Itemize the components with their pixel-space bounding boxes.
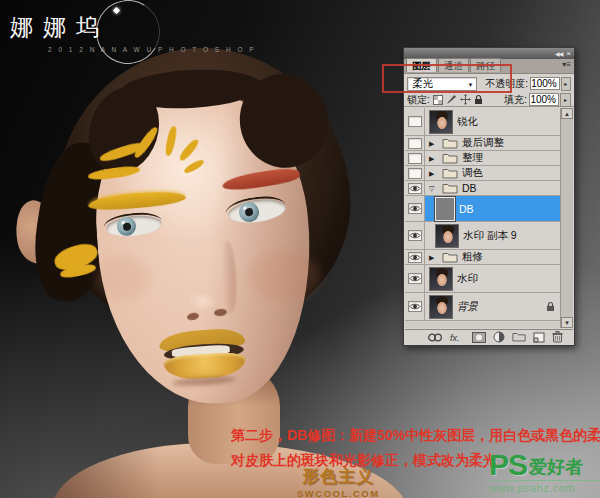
expand-triangle-icon[interactable]: ▶: [429, 155, 438, 162]
caption-line-1: 第二步，DB修图：新建50%中性灰图层，用白色或黑色的柔角画笔: [231, 423, 597, 448]
swcool-url: SWCOOL.COM: [297, 488, 380, 498]
layer-thumbnail[interactable]: [435, 224, 459, 248]
layer-row[interactable]: ▶最后调整: [405, 136, 560, 151]
scroll-down-icon[interactable]: [561, 317, 573, 328]
layer-row-body: ▶粗修: [425, 250, 560, 264]
visibility-toggle[interactable]: [405, 293, 425, 320]
layer-row[interactable]: ▶调色: [405, 166, 560, 181]
folder-icon: [442, 168, 458, 179]
new-layer-icon[interactable]: [533, 332, 545, 343]
gold-lips: [158, 321, 254, 387]
layer-mask-icon[interactable]: [472, 332, 486, 343]
layer-row-body: ▶最后调整: [425, 136, 560, 150]
folder-icon: [442, 252, 458, 263]
layer-name: 粗修: [462, 250, 483, 264]
scrollbar[interactable]: [560, 108, 573, 328]
new-group-icon[interactable]: [512, 332, 526, 342]
layer-name: 水印 副本 9: [463, 229, 517, 243]
panel-menu-icon[interactable]: [562, 61, 571, 69]
opacity-slider-button[interactable]: [561, 77, 571, 91]
layer-row[interactable]: 水印: [405, 265, 560, 293]
layer-name: 锐化: [457, 115, 478, 129]
fill-label: 填充:: [504, 93, 527, 107]
visibility-toggle[interactable]: [405, 108, 425, 135]
eye-icon: [408, 273, 422, 284]
eye-empty-box: [408, 153, 422, 164]
layer-name: DB: [459, 203, 474, 215]
eye-icon: [408, 203, 422, 214]
layer-thumbnail[interactable]: [429, 110, 453, 134]
adjustment-layer-icon[interactable]: [493, 331, 505, 343]
layer-row[interactable]: ▶粗修: [405, 250, 560, 265]
fill-input[interactable]: 100%: [529, 93, 559, 106]
visibility-toggle[interactable]: [405, 265, 425, 292]
layer-name: 最后调整: [462, 136, 504, 150]
link-icon[interactable]: [427, 333, 443, 342]
folder-icon: [442, 183, 458, 194]
layer-row[interactable]: 水印 副本 9: [405, 222, 560, 250]
panel-toolbar: fx.: [405, 329, 573, 344]
layer-style-icon[interactable]: fx.: [450, 332, 465, 343]
layer-row[interactable]: ▶整理: [405, 151, 560, 166]
visibility-toggle[interactable]: [405, 166, 425, 180]
expand-triangle-icon[interactable]: ▶: [429, 254, 438, 261]
layer-row-body: 背景: [425, 293, 560, 320]
close-icon[interactable]: ×: [566, 50, 571, 58]
layer-row-body: ▶整理: [425, 151, 560, 165]
layer-thumbnail[interactable]: [429, 267, 453, 291]
eye-icon: [408, 230, 422, 241]
gray-layer-thumbnail[interactable]: [435, 197, 455, 221]
scroll-up-icon[interactable]: [561, 108, 573, 119]
layer-row[interactable]: ▽DB: [405, 181, 560, 196]
layer-name: 水印: [457, 272, 478, 286]
ps-fans-name: 爱好者: [529, 456, 583, 478]
swcool-watermark: 形色主义 SWCOOL.COM: [297, 465, 380, 498]
folder-icon: [442, 153, 458, 164]
layer-name: DB: [462, 182, 477, 194]
nose-highlight: [188, 292, 218, 310]
lock-image-icon[interactable]: [446, 94, 457, 105]
visibility-toggle[interactable]: [405, 222, 425, 249]
visibility-toggle[interactable]: [405, 196, 425, 221]
lock-all-icon[interactable]: [474, 94, 483, 105]
layer-thumbnail[interactable]: [429, 295, 453, 319]
nanawu-watermark: 娜娜坞 2 0 1 2 N A N A W U P H O T O S H O …: [10, 12, 256, 53]
collapse-icon[interactable]: ◀◀: [555, 51, 562, 57]
expand-triangle-open-icon[interactable]: ▽: [429, 185, 438, 192]
swcool-title: 形色主义: [297, 465, 380, 488]
visibility-toggle[interactable]: [405, 181, 425, 195]
svg-text:fx.: fx.: [450, 333, 460, 343]
lock-position-icon[interactable]: [460, 94, 471, 105]
layer-row[interactable]: 背景: [405, 293, 560, 321]
layer-name: 调色: [462, 166, 483, 180]
layer-name: 整理: [462, 151, 483, 165]
eye-empty-box: [408, 116, 422, 127]
tutorial-screenshot: 娜娜坞 2 0 1 2 N A N A W U P H O T O S H O …: [0, 0, 600, 498]
layer-row-body: 水印: [425, 265, 560, 292]
expand-triangle-icon[interactable]: ▶: [429, 170, 438, 177]
delete-layer-icon[interactable]: [552, 331, 563, 343]
annotation-rectangle: [382, 64, 512, 93]
opacity-input[interactable]: 100%: [530, 77, 560, 90]
layer-row-body: ▽DB: [425, 181, 560, 195]
layer-row[interactable]: 锐化: [405, 108, 560, 136]
layer-row[interactable]: DB: [405, 196, 560, 222]
lock-icon: [546, 301, 555, 312]
eye-icon: [408, 183, 422, 194]
visibility-toggle[interactable]: [405, 136, 425, 150]
layer-row-body: 水印 副本 9: [425, 222, 560, 249]
eye-empty-box: [408, 168, 422, 179]
visibility-toggle[interactable]: [405, 151, 425, 165]
eye-icon: [408, 301, 422, 312]
expand-triangle-icon[interactable]: ▶: [429, 140, 438, 147]
layer-row-body: DB: [425, 196, 560, 221]
layer-row-body: 锐化: [425, 108, 560, 135]
cheek-shading: [94, 256, 150, 300]
layer-list: 锐化▶最后调整▶整理▶调色▽DBDB水印 副本 9▶粗修水印背景: [405, 108, 560, 328]
visibility-toggle[interactable]: [405, 250, 425, 264]
layer-row-body: ▶调色: [425, 166, 560, 180]
cheek-shading: [248, 250, 320, 302]
ps-fans-watermark: PS 爱好者 www.psahz.com: [489, 452, 599, 494]
lock-transparency-icon[interactable]: [433, 95, 443, 105]
fill-slider-button[interactable]: [560, 93, 571, 107]
